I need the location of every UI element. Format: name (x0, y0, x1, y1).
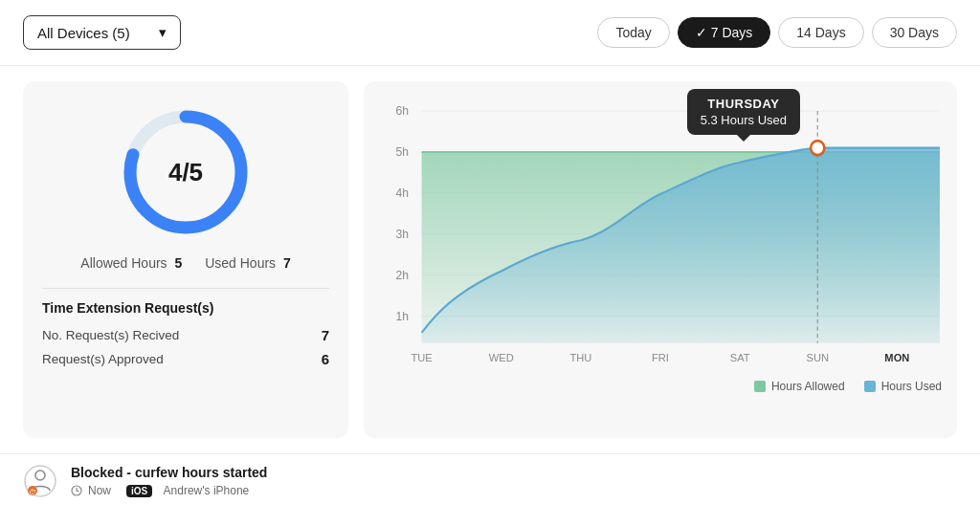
requests-approved-label: Request(s) Approved (42, 352, 164, 366)
filter-30days[interactable]: 30 Days (872, 17, 957, 48)
svg-text:6h: 6h (396, 104, 410, 118)
svg-text:1h: 1h (396, 310, 410, 323)
svg-point-16 (811, 141, 824, 155)
svg-text:⏱: ⏱ (29, 488, 36, 496)
top-bar: All Devices (5) ▾ Today ✓ 7 Days 14 Days… (0, 0, 980, 66)
used-hours: Used Hours 7 (205, 255, 291, 271)
legend-allowed-color (754, 381, 766, 392)
blocked-info: Blocked - curfew hours started Now iOS A… (71, 465, 957, 497)
legend-allowed: Hours Allowed (754, 380, 845, 393)
filter-14days[interactable]: 14 Days (778, 17, 863, 48)
blocked-device: iOS Andrew's iPhone (126, 484, 249, 497)
donut-chart: 4/5 (114, 100, 257, 244)
svg-text:TUE: TUE (411, 352, 433, 363)
legend-used-color (864, 381, 876, 392)
time-filters: Today ✓ 7 Days 14 Days 30 Days (597, 17, 957, 48)
chart-legend: Hours Allowed Hours Used (379, 380, 942, 393)
svg-text:THU: THU (569, 352, 591, 363)
svg-text:2h: 2h (396, 269, 410, 282)
device-selector-label: All Devices (5) (37, 25, 130, 41)
chevron-icon: ▾ (159, 24, 167, 41)
left-panel: 4/5 Allowed Hours 5 Used Hours 7 Time Ex… (23, 81, 348, 438)
legend-used-label: Hours Used (881, 380, 942, 393)
svg-text:3h: 3h (396, 228, 410, 241)
tooltip-arrow (737, 135, 750, 142)
bottom-bar: ⏱ Blocked - curfew hours started Now iOS… (0, 453, 980, 508)
filter-today[interactable]: Today (597, 17, 669, 48)
tooltip-value: 5.3 Hours Used (701, 113, 787, 127)
requests-received-label: No. Request(s) Recived (42, 328, 179, 342)
donut-label: 4/5 (168, 158, 203, 187)
allowed-hours: Allowed Hours 5 (80, 255, 182, 271)
blocked-icon: ⏱ (23, 464, 57, 498)
donut-wrapper: 4/5 (42, 100, 329, 244)
chart-area: THURSDAY 5.3 Hours Used 6h 5h 4h 3h 2h 1… (379, 97, 942, 423)
blocked-title: Blocked - curfew hours started (71, 465, 957, 480)
svg-text:SAT: SAT (730, 352, 750, 363)
hours-summary: Allowed Hours 5 Used Hours 7 (42, 255, 329, 271)
extension-title: Time Extension Request(s) (42, 300, 329, 316)
requests-approved-row: Request(s) Approved 6 (42, 351, 329, 367)
chart-tooltip: THURSDAY 5.3 Hours Used (687, 89, 800, 135)
requests-received-row: No. Request(s) Recived 7 (42, 327, 329, 343)
right-panel: THURSDAY 5.3 Hours Used 6h 5h 4h 3h 2h 1… (364, 81, 957, 438)
main-content: 4/5 Allowed Hours 5 Used Hours 7 Time Ex… (0, 66, 980, 453)
blocked-meta: Now iOS Andrew's iPhone (71, 484, 957, 497)
ios-badge: iOS (126, 485, 152, 497)
filter-7days[interactable]: ✓ 7 Days (678, 17, 770, 48)
device-selector[interactable]: All Devices (5) ▾ (23, 15, 181, 50)
divider (42, 288, 329, 289)
svg-text:5h: 5h (396, 145, 410, 159)
svg-text:MON: MON (884, 352, 909, 363)
device-name: Andrew's iPhone (164, 484, 250, 497)
requests-approved-value: 6 (322, 351, 329, 367)
svg-text:FRI: FRI (652, 352, 669, 363)
tooltip-day: THURSDAY (701, 97, 787, 111)
requests-received-value: 7 (322, 327, 329, 343)
legend-allowed-label: Hours Allowed (771, 380, 845, 393)
blocked-time-label: Now (88, 484, 111, 497)
svg-point-25 (35, 471, 45, 480)
svg-text:SUN: SUN (806, 352, 829, 363)
blocked-time: Now (71, 484, 111, 497)
svg-text:4h: 4h (396, 186, 410, 200)
legend-used: Hours Used (864, 380, 942, 393)
svg-text:WED: WED (489, 352, 514, 363)
